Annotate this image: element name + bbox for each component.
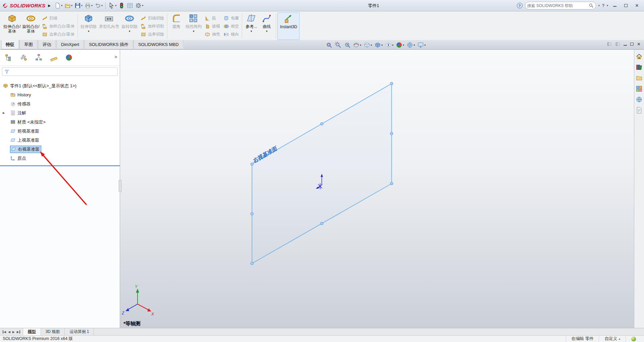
menu-expand-arrow[interactable]: ▶ — [48, 4, 51, 7]
tab-sketch[interactable]: 草图 — [19, 40, 38, 49]
previous-view-button[interactable] — [343, 41, 351, 49]
view-settings-button[interactable]: ▾ — [417, 41, 426, 49]
expand-arrow-icon[interactable]: ▶ — [3, 111, 5, 114]
tree-item-history[interactable]: History — [0, 90, 120, 99]
displaymanager-tab[interactable] — [65, 54, 73, 61]
tree-item-right-plane[interactable]: 右视基准面 — [0, 145, 120, 154]
select-button[interactable]: ▾ — [107, 1, 117, 10]
dimxpertmanager-tab[interactable] — [50, 54, 58, 61]
zoom-to-fit-button[interactable] — [325, 41, 333, 49]
lofted-cut-button[interactable]: 放样切割 — [139, 22, 166, 30]
revolved-boss-button[interactable]: 旋转凸台/基体 — [21, 12, 40, 40]
pane-display-icon[interactable] — [615, 42, 620, 46]
undo-button[interactable]: ▾ — [94, 1, 104, 10]
tab-solidworks-addins[interactable]: SOLIDWORKS 插件 — [84, 40, 133, 49]
mirror-button[interactable]: 镜向 — [222, 30, 240, 38]
tree-item-annotations[interactable]: ▶ 注解 — [0, 108, 120, 117]
minimize-button[interactable] — [610, 2, 619, 9]
search-input[interactable] — [527, 3, 589, 8]
draft-button[interactable]: 拔模 — [203, 22, 222, 30]
right-plane-graphic[interactable]: 右视基准面 — [251, 82, 393, 265]
rebuild-button[interactable] — [117, 1, 126, 10]
tree-root-part[interactable]: 零件1 (默认<<默认>_显示状态 1>) — [0, 81, 120, 90]
search-dropdown-chevron[interactable]: ▾ — [598, 4, 600, 7]
help-menu[interactable]: ? — [602, 3, 604, 8]
tree-item-origin[interactable]: 原点 — [0, 154, 120, 163]
hole-wizard-button[interactable]: 异型孔向导 — [98, 12, 120, 40]
doc-restore-button[interactable] — [630, 42, 634, 47]
edit-appearance-button[interactable]: ▾ — [395, 41, 405, 49]
curves-button[interactable]: 曲线 — [259, 12, 274, 40]
configurationmanager-tab[interactable] — [35, 54, 43, 61]
custom-properties-icon[interactable] — [636, 107, 643, 114]
panel-expand-chevron[interactable]: > — [114, 54, 117, 59]
swept-cut-button[interactable]: 扫描切除 — [139, 14, 166, 22]
doc-close-button[interactable]: ✕ — [637, 42, 641, 47]
intersect-button[interactable]: 相交 — [222, 22, 240, 30]
design-library-icon[interactable] — [636, 64, 643, 71]
view-orientation-button[interactable]: ▾ — [363, 41, 372, 49]
tree-item-sensors[interactable]: 传感器 — [0, 99, 120, 108]
tab-motion-study[interactable]: 运动算例 1 — [65, 328, 94, 335]
propertymanager-tab[interactable] — [20, 54, 28, 61]
extruded-boss-button[interactable]: 拉伸凸台/基体 — [3, 12, 21, 40]
help-search-box[interactable] — [525, 2, 596, 9]
solidworks-resources-icon[interactable] — [636, 53, 643, 60]
search-icon[interactable] — [589, 3, 594, 8]
hide-show-items-button[interactable]: ▾ — [385, 41, 394, 49]
plane-outline[interactable] — [252, 84, 391, 263]
tab-3d-views[interactable]: 3D 视图 — [41, 328, 65, 335]
performance-indicator[interactable] — [626, 336, 641, 342]
tree-item-material[interactable]: 材质 <未指定> — [0, 117, 120, 127]
next-tab-button[interactable]: ▶ — [12, 330, 15, 334]
revolved-cut-button[interactable]: 旋转切除 — [120, 12, 139, 40]
display-settings-button[interactable] — [126, 1, 134, 10]
save-button[interactable]: ▾ — [73, 1, 84, 10]
help-dropdown-chevron[interactable]: ▾ — [607, 4, 608, 7]
tree-item-front-plane[interactable]: 前视基准面 — [0, 127, 120, 136]
boundary-boss-button[interactable]: 边界凸台/基体 — [40, 30, 76, 38]
prev-tab-button[interactable]: ◀ — [8, 330, 10, 334]
fillet-button[interactable]: 圆角 — [169, 12, 184, 40]
tab-dimxpert[interactable]: DimXpert — [56, 40, 84, 49]
lofted-boss-button[interactable]: 放样凸台/基体 — [40, 22, 76, 30]
last-tab-button[interactable]: ▶ — [17, 330, 20, 334]
swept-boss-button[interactable]: 扫描 — [40, 14, 76, 22]
linear-pattern-button[interactable]: 线性阵列 — [184, 12, 203, 40]
apply-scene-button[interactable]: ▾ — [406, 41, 415, 49]
zoom-to-area-button[interactable] — [334, 41, 342, 49]
section-view-button[interactable]: ▾ — [353, 41, 362, 49]
rib-button[interactable]: 筋 — [203, 14, 222, 22]
tree-filter[interactable] — [2, 67, 118, 76]
pane-preview-icon[interactable] — [607, 42, 612, 46]
featuremanager-tree-tab[interactable] — [5, 54, 12, 61]
tab-evaluate[interactable]: 评估 — [38, 40, 56, 49]
print-button[interactable]: ▾ — [84, 1, 94, 10]
first-tab-button[interactable]: ◀ — [3, 330, 6, 334]
tab-features[interactable]: 特征 — [1, 40, 19, 49]
view-palette-icon[interactable] — [636, 85, 643, 92]
units-dropdown[interactable]: 自定义 ▴ — [599, 336, 626, 342]
doc-minimize-button[interactable] — [624, 42, 627, 47]
panel-splitter-handle[interactable] — [119, 180, 121, 192]
open-button[interactable]: ▾ — [63, 1, 73, 10]
file-explorer-icon[interactable] — [636, 75, 643, 82]
display-style-button[interactable]: ▾ — [374, 41, 383, 49]
wrap-button[interactable]: 包覆 — [222, 14, 240, 22]
instant3d-button[interactable]: Instant3D — [277, 12, 300, 40]
graphics-viewport[interactable]: 右视基准面 Y — [120, 50, 634, 328]
help-circle-icon[interactable]: ? — [517, 3, 523, 8]
filter-input[interactable] — [11, 69, 115, 74]
tab-solidworks-mbd[interactable]: SOLIDWORKS MBD — [133, 40, 183, 49]
shell-button[interactable]: 抽壳 — [203, 30, 222, 38]
new-document-button[interactable]: ▾ — [53, 1, 63, 10]
tree-item-top-plane[interactable]: 上视基准面 — [0, 136, 120, 145]
appearances-icon[interactable] — [636, 96, 643, 103]
options-button[interactable]: ▾ — [134, 1, 144, 10]
tab-model[interactable]: 模型 — [23, 328, 41, 335]
extruded-cut-button[interactable]: 拉伸切除 — [79, 12, 98, 40]
restore-button[interactable] — [622, 2, 630, 9]
close-button[interactable]: ✕ — [633, 2, 641, 9]
reference-geometry-button[interactable]: 参考... — [244, 12, 259, 40]
boundary-cut-button[interactable]: 边界切除 — [139, 30, 166, 38]
